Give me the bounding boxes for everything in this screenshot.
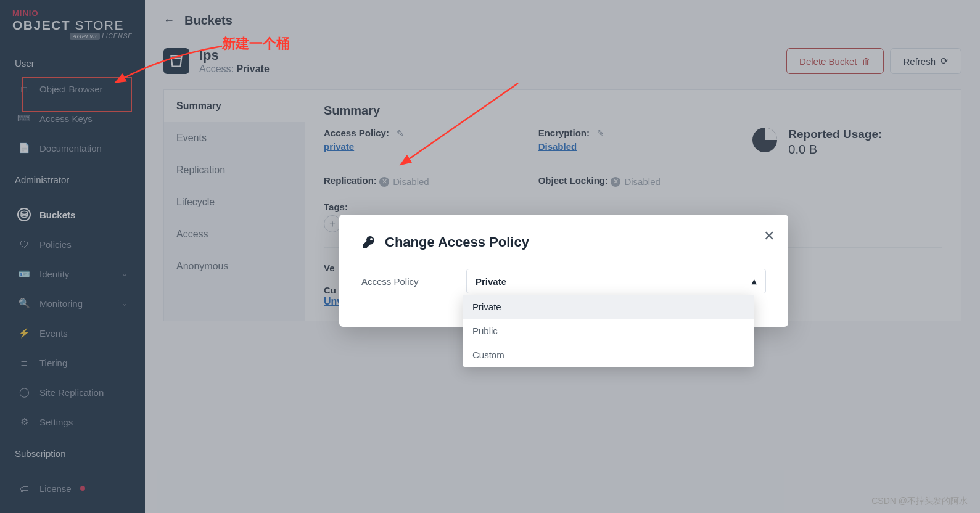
access-policy-select[interactable]: Private ▴ bbox=[466, 269, 766, 293]
close-icon[interactable]: ✕ bbox=[764, 228, 775, 244]
select-value: Private bbox=[476, 276, 506, 287]
watermark: CSDN @不掉头发的阿水 bbox=[871, 496, 968, 507]
dropdown-option-private[interactable]: Private bbox=[463, 295, 754, 319]
modal-field-label: Access Policy bbox=[361, 276, 429, 287]
annotation-text: 新建一个桶 bbox=[222, 35, 290, 53]
modal-title: Change Access Policy bbox=[385, 234, 529, 250]
dropdown-option-custom[interactable]: Custom bbox=[463, 343, 754, 367]
caret-up-icon: ▴ bbox=[752, 276, 757, 287]
key-icon bbox=[361, 235, 376, 250]
access-policy-dropdown: Private Public Custom bbox=[463, 295, 754, 367]
dropdown-option-public[interactable]: Public bbox=[463, 319, 754, 343]
